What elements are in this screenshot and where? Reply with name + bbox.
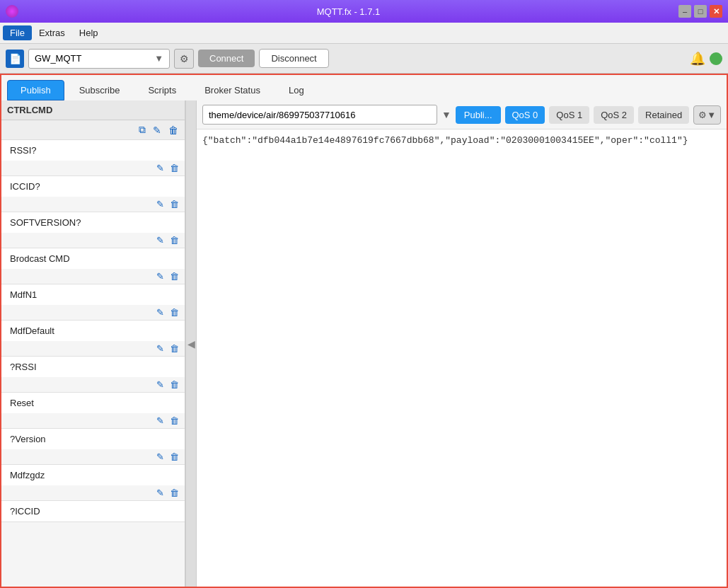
edit-icon[interactable]: ✎ bbox=[155, 162, 166, 174]
profile-dropdown[interactable]: GW_MQTT ▼ bbox=[28, 49, 170, 69]
menu-file[interactable]: File bbox=[3, 25, 32, 40]
delete-icon[interactable]: 🗑 bbox=[168, 415, 180, 427]
list-item: ICCID? ✎ 🗑 bbox=[1, 176, 185, 212]
title-bar: MQTT.fx - 1.7.1 – □ ✕ bbox=[0, 0, 728, 23]
list-item: MdfN1 ✎ 🗑 bbox=[1, 284, 185, 321]
connection-bar: 📄 GW_MQTT ▼ ⚙ Connect Disconnect 🔔 bbox=[0, 44, 728, 74]
app-icon bbox=[6, 5, 18, 18]
item-actions: ✎ 🗑 bbox=[1, 485, 185, 500]
main-content: CTRLCMD ⧉ ✎ 🗑 RSSI? ✎ 🗑 ICCID? ✎ 🗑 SOFTV… bbox=[0, 100, 728, 588]
conn-bar-right: 🔔 bbox=[690, 51, 722, 67]
sidebar-item-button[interactable]: Mdfzgdz bbox=[1, 465, 185, 485]
connect-button[interactable]: Connect bbox=[198, 50, 255, 67]
panel-divider[interactable]: ◀ bbox=[185, 100, 197, 587]
edit-icon[interactable]: ✎ bbox=[155, 234, 166, 246]
list-item: RSSI? ✎ 🗑 bbox=[1, 140, 185, 176]
disconnect-button[interactable]: Disconnect bbox=[259, 49, 328, 68]
delete-icon[interactable]: 🗑 bbox=[168, 234, 180, 246]
delete-icon[interactable]: 🗑 bbox=[168, 198, 180, 210]
list-item: Reset ✎ 🗑 bbox=[1, 393, 185, 429]
window-controls: – □ ✕ bbox=[678, 5, 722, 18]
qos2-button[interactable]: QoS 2 bbox=[594, 106, 634, 124]
item-actions: ✎ 🗑 bbox=[1, 305, 185, 320]
delete-icon[interactable]: 🗑 bbox=[168, 342, 180, 354]
list-item: ?ICCID bbox=[1, 501, 185, 522]
qos1-button[interactable]: QoS 1 bbox=[549, 106, 589, 124]
tab-publish[interactable]: Publish bbox=[7, 80, 64, 100]
list-item: MdfDefault ✎ 🗑 bbox=[1, 321, 185, 357]
delete-icon[interactable]: 🗑 bbox=[168, 487, 180, 499]
topic-input[interactable] bbox=[202, 105, 437, 125]
qos0-button[interactable]: QoS 0 bbox=[505, 106, 545, 124]
delete-icon[interactable]: 🗑 bbox=[168, 162, 180, 174]
list-item: Brodcast CMD ✎ 🗑 bbox=[1, 248, 185, 284]
list-item: ?RSSI ✎ 🗑 bbox=[1, 357, 185, 393]
topic-bar: ▼ Publi... QoS 0 QoS 1 QoS 2 Retained ⚙▼ bbox=[197, 100, 727, 129]
sidebar-item-button[interactable]: MdfDefault bbox=[1, 321, 185, 341]
connection-status-indicator bbox=[710, 52, 722, 65]
retained-button[interactable]: Retained bbox=[638, 106, 689, 124]
menu-help[interactable]: Help bbox=[72, 25, 105, 41]
menu-bar: File Extras Help bbox=[0, 23, 728, 44]
sidebar-item-button[interactable]: ?Version bbox=[1, 429, 185, 449]
menu-extras[interactable]: Extras bbox=[32, 25, 72, 41]
tab-log[interactable]: Log bbox=[275, 80, 318, 100]
window-title: MQTT.fx - 1.7.1 bbox=[18, 6, 678, 17]
delete-all-button[interactable]: 🗑 bbox=[166, 123, 180, 137]
item-actions: ✎ 🗑 bbox=[1, 197, 185, 212]
connection-icon: 📄 bbox=[6, 50, 24, 68]
delete-icon[interactable]: 🗑 bbox=[168, 270, 180, 282]
publish-button[interactable]: Publi... bbox=[456, 106, 501, 124]
delete-icon[interactable]: 🗑 bbox=[168, 451, 180, 463]
item-actions: ✎ 🗑 bbox=[1, 233, 185, 248]
right-panel: ▼ Publi... QoS 0 QoS 1 QoS 2 Retained ⚙▼… bbox=[197, 100, 727, 587]
close-button[interactable]: ✕ bbox=[710, 5, 722, 18]
item-actions: ✎ 🗑 bbox=[1, 377, 185, 392]
maximize-button[interactable]: □ bbox=[694, 5, 707, 18]
bell-icon: 🔔 bbox=[690, 51, 705, 67]
list-item: ?Version ✎ 🗑 bbox=[1, 429, 185, 465]
sidebar-item-button[interactable]: Reset bbox=[1, 393, 185, 413]
sidebar: CTRLCMD ⧉ ✎ 🗑 RSSI? ✎ 🗑 ICCID? ✎ 🗑 SOFTV… bbox=[1, 100, 185, 587]
message-area[interactable]: {"batch":"dfb044a1b7e14e4897619fc7667dbb… bbox=[197, 129, 727, 587]
message-settings-button[interactable]: ⚙▼ bbox=[693, 105, 721, 125]
list-item: SOFTVERSION? ✎ 🗑 bbox=[1, 212, 185, 248]
edit-all-button[interactable]: ✎ bbox=[151, 123, 163, 137]
edit-icon[interactable]: ✎ bbox=[155, 379, 166, 391]
tab-broker-status[interactable]: Broker Status bbox=[191, 80, 274, 100]
sidebar-item-button[interactable]: MdfN1 bbox=[1, 284, 185, 305]
sidebar-item-button[interactable]: RSSI? bbox=[1, 140, 185, 161]
message-content: {"batch":"dfb044a1b7e14e4897619fc7667dbb… bbox=[202, 135, 688, 146]
edit-icon[interactable]: ✎ bbox=[155, 415, 166, 427]
item-actions: ✎ 🗑 bbox=[1, 269, 185, 284]
delete-icon[interactable]: 🗑 bbox=[168, 379, 180, 391]
edit-icon[interactable]: ✎ bbox=[155, 198, 166, 210]
sidebar-item-button[interactable]: ICCID? bbox=[1, 176, 185, 197]
sidebar-header: CTRLCMD bbox=[1, 100, 185, 120]
item-actions: ✎ 🗑 bbox=[1, 413, 185, 428]
sidebar-item-button[interactable]: Brodcast CMD bbox=[1, 248, 185, 269]
minimize-button[interactable]: – bbox=[678, 5, 691, 18]
sidebar-item-button[interactable]: ?RSSI bbox=[1, 357, 185, 377]
list-item: Mdfzgdz ✎ 🗑 bbox=[1, 465, 185, 501]
edit-icon[interactable]: ✎ bbox=[155, 451, 166, 463]
tab-scripts[interactable]: Scripts bbox=[134, 80, 190, 100]
edit-icon[interactable]: ✎ bbox=[155, 487, 166, 499]
item-actions: ✎ 🗑 bbox=[1, 161, 185, 175]
topic-dropdown-arrow-icon[interactable]: ▼ bbox=[441, 109, 451, 120]
sidebar-item-button[interactable]: SOFTVERSION? bbox=[1, 212, 185, 233]
edit-icon[interactable]: ✎ bbox=[155, 342, 166, 354]
tabs-bar: Publish Subscribe Scripts Broker Status … bbox=[0, 74, 728, 100]
tab-subscribe[interactable]: Subscribe bbox=[66, 80, 134, 100]
item-actions: ✎ 🗑 bbox=[1, 449, 185, 464]
sidebar-toolbar: ⧉ ✎ 🗑 bbox=[1, 120, 185, 140]
sidebar-item-button[interactable]: ?ICCID bbox=[1, 501, 185, 521]
dropdown-arrow-icon: ▼ bbox=[154, 53, 163, 64]
settings-button[interactable]: ⚙ bbox=[174, 49, 194, 69]
edit-icon[interactable]: ✎ bbox=[155, 306, 166, 318]
item-actions: ✎ 🗑 bbox=[1, 341, 185, 356]
copy-all-button[interactable]: ⧉ bbox=[137, 123, 148, 137]
profile-name: GW_MQTT bbox=[35, 53, 81, 64]
edit-icon[interactable]: ✎ bbox=[155, 270, 166, 282]
delete-icon[interactable]: 🗑 bbox=[168, 306, 180, 318]
